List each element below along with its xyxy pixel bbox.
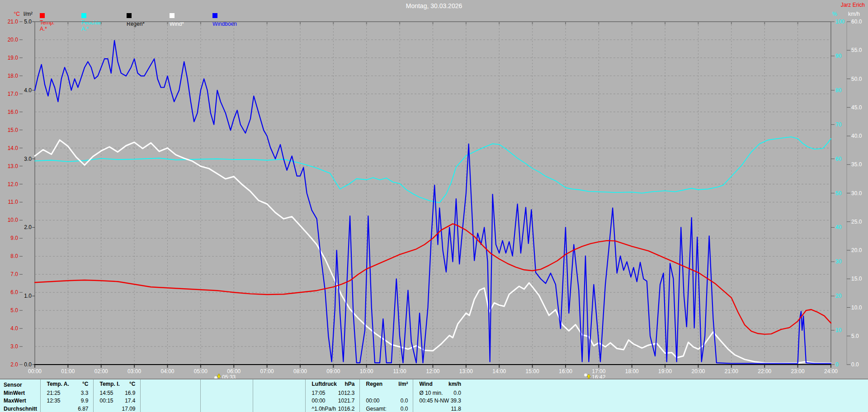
svg-text:10:00: 10:00 xyxy=(360,368,373,375)
row-label: Sensor xyxy=(0,379,40,389)
cell-value-regen: 0.0 xyxy=(401,398,413,404)
cell-value-tempa: 6.87 xyxy=(78,406,93,412)
svg-text:7.0: 7.0 xyxy=(10,271,18,277)
stat-cell: 17:051012.3 xyxy=(305,389,359,397)
stat-cell xyxy=(359,389,413,397)
cell-time-tempa: 21:25 xyxy=(41,390,61,396)
svg-text:15.0: 15.0 xyxy=(851,276,862,282)
table-row-durchschnitt: Durchschnitt6.8717.09^1.0hPa/h1016.2Gesa… xyxy=(0,405,868,412)
cell-value-tempa: 3.3 xyxy=(81,390,93,396)
cell-value-luftdruck: 1021.7 xyxy=(338,398,359,404)
empty-cell xyxy=(253,397,305,405)
svg-text:80: 80 xyxy=(835,87,842,94)
svg-text:23:00: 23:00 xyxy=(791,368,805,375)
col-unit-regen: l/m² xyxy=(398,381,412,387)
cell-value-wind: 0.0 xyxy=(453,390,466,396)
cell-time-luftdruck: 17:05 xyxy=(306,390,326,396)
table-row-minwert: MinWert21:253.314:5516.917:051012.3Ø 10 … xyxy=(0,389,868,397)
svg-text:11:00: 11:00 xyxy=(393,368,406,375)
stat-cell: 17.09 xyxy=(93,405,140,412)
svg-text:03:00: 03:00 xyxy=(127,368,141,375)
stat-cell: Temp. A.°C xyxy=(40,379,93,389)
svg-text:20.0: 20.0 xyxy=(851,247,862,253)
svg-text:6.0: 6.0 xyxy=(10,289,18,295)
cell-value-luftdruck: 1012.3 xyxy=(338,390,359,396)
stat-cell: Temp. I.°C xyxy=(93,379,140,389)
svg-text:01:00: 01:00 xyxy=(61,368,75,375)
svg-text:15.0: 15.0 xyxy=(8,127,19,133)
svg-text:1.0: 1.0 xyxy=(24,293,32,299)
svg-text:11.0: 11.0 xyxy=(8,199,19,205)
empty-cell xyxy=(200,379,253,389)
stats-table: SensorTemp. A.°CTemp. I.°CLuftdruckhPaRe… xyxy=(0,379,868,412)
col-unit-tempi: °C xyxy=(129,381,140,387)
col-header-luftdruck: Luftdruck xyxy=(306,381,337,387)
svg-text:22:00: 22:00 xyxy=(758,368,771,375)
svg-text:8.0: 8.0 xyxy=(10,253,18,259)
col-unit-luftdruck: hPa xyxy=(344,381,359,387)
stat-cell: 14:5516.9 xyxy=(93,389,140,397)
svg-text:50.0: 50.0 xyxy=(851,76,862,82)
stat-cell: 21:253.3 xyxy=(40,389,93,397)
svg-text:16:42: 16:42 xyxy=(592,374,605,379)
stat-cell: ^1.0hPa/h1016.2 xyxy=(305,405,359,412)
cell-time-tempa xyxy=(41,406,47,412)
col-header-tempa: Temp. A. xyxy=(41,381,69,387)
svg-text:21:00: 21:00 xyxy=(725,368,738,375)
col-unit-wind: km/h xyxy=(448,381,466,387)
svg-text:10: 10 xyxy=(835,327,842,333)
cell-value-tempi: 17.4 xyxy=(125,398,140,404)
stat-cell: 00:1517.4 xyxy=(93,397,140,405)
stat-cell: 6.87 xyxy=(40,405,93,412)
svg-text:30: 30 xyxy=(835,258,842,265)
svg-text:25.0: 25.0 xyxy=(851,219,862,225)
cell-time-tempi xyxy=(94,406,100,412)
cell-time-wind xyxy=(413,406,420,412)
col-unit-tempa: °C xyxy=(82,381,93,387)
cell-time-regen: Gesamt: xyxy=(360,406,387,412)
svg-text:05:00: 05:00 xyxy=(194,368,208,375)
empty-cell xyxy=(466,379,868,389)
cell-time-tempi: 14:55 xyxy=(94,390,113,396)
empty-cell xyxy=(140,397,200,405)
svg-text:12:00: 12:00 xyxy=(426,368,439,375)
svg-text:5.0: 5.0 xyxy=(851,333,859,339)
col-header-wind: Wind xyxy=(413,381,433,387)
svg-text:0.0: 0.0 xyxy=(24,361,32,368)
svg-text:09:00: 09:00 xyxy=(326,368,340,375)
svg-text:08:00: 08:00 xyxy=(293,368,307,375)
svg-text:10.0: 10.0 xyxy=(8,217,19,223)
stat-cell: Regenl/m² xyxy=(359,379,413,389)
sunset-marker: 16:42 xyxy=(584,374,606,379)
svg-text:17:00: 17:00 xyxy=(592,368,605,375)
svg-text:35.0: 35.0 xyxy=(851,161,862,168)
cell-value-wind: 11.8 xyxy=(451,406,466,412)
empty-cell xyxy=(466,389,868,397)
cell-time-luftdruck: ^1.0hPa/h xyxy=(306,406,336,412)
svg-text:4.0: 4.0 xyxy=(24,87,32,94)
svg-text:90: 90 xyxy=(835,53,842,59)
cell-value-tempi: 17.09 xyxy=(122,406,140,412)
cell-value-tempi: 16.9 xyxy=(125,390,140,396)
col-header-tempi: Temp. I. xyxy=(94,381,120,387)
svg-text:02:00: 02:00 xyxy=(94,368,108,375)
svg-text:4.0: 4.0 xyxy=(10,325,18,332)
svg-text:18.0: 18.0 xyxy=(8,73,19,79)
weather-chart: 00:0001:0002:0003:0004:0005:0006:0007:00… xyxy=(0,0,868,379)
empty-cell xyxy=(140,405,200,412)
svg-text:06:00: 06:00 xyxy=(227,368,241,375)
svg-text:55.0: 55.0 xyxy=(851,47,862,53)
svg-text:07:00: 07:00 xyxy=(260,368,274,375)
stat-cell: Gesamt:0.0 xyxy=(359,405,413,412)
cell-time-tempi: 00:15 xyxy=(94,398,113,404)
svg-text:5.0: 5.0 xyxy=(24,19,32,25)
empty-cell xyxy=(200,397,253,405)
svg-text:12.0: 12.0 xyxy=(8,181,19,187)
svg-text:40.0: 40.0 xyxy=(851,133,862,139)
row-label: MinWert xyxy=(0,389,40,397)
svg-text:05:33: 05:33 xyxy=(222,374,236,379)
table-row-maxwert: MaxWert12:359.900:1517.400:001021.700:00… xyxy=(0,397,868,405)
stat-cell: 00:45N-NW 39.3 xyxy=(413,397,466,405)
svg-text:3.0: 3.0 xyxy=(10,343,18,350)
svg-text:13:00: 13:00 xyxy=(459,368,473,375)
